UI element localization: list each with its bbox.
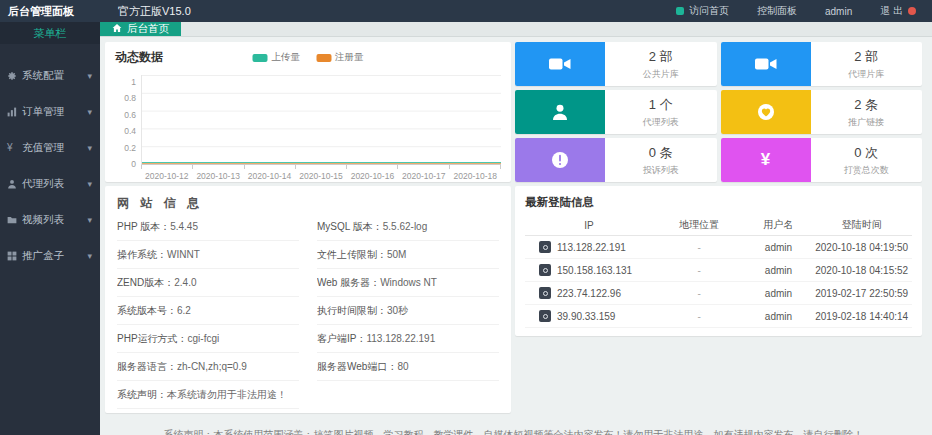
login-time-cell: 2019-02-18 14:40:14 (811, 311, 912, 322)
username-cell: admin (746, 265, 812, 276)
nav-item-control-panel[interactable]: 控制面板 (757, 4, 797, 18)
chart-x-axis: 2020-10-122020-10-132020-10-142020-10-15… (141, 171, 501, 181)
nav-item-logout[interactable]: 退 出 (880, 4, 916, 18)
info-label: PHP 版本： (117, 221, 170, 232)
sidebar-item-agent-list[interactable]: 代理列表▾ (0, 166, 100, 202)
yen-icon: ¥ (721, 138, 811, 182)
location-cell: - (653, 265, 746, 276)
sidebar-item-system-config[interactable]: 系统配置▾ (0, 58, 100, 94)
app-title: 后台管理面板 (0, 4, 118, 19)
chart-y-axis: 10.80.60.40.20 (115, 78, 141, 168)
info-row: 操作系统：WINNT (117, 241, 299, 269)
sidebar-item-label: 订单管理 (22, 105, 87, 119)
video-camera-icon (721, 42, 811, 86)
username-cell: admin (746, 311, 812, 322)
sidebar-item-recharge-manage[interactable]: ¥充值管理▾ (0, 130, 100, 166)
main-area: 后台首页 动态数据 上传量注册量 10.80.60.40.20 (100, 22, 932, 435)
ip-badge-icon (539, 287, 551, 299)
sidebar-item-label: 推广盒子 (22, 249, 87, 263)
stat-text: 2 部代理片库 (811, 42, 923, 86)
stat-card-agent-films[interactable]: 2 部代理片库 (721, 42, 923, 86)
stat-card-promo-links[interactable]: 2 条推广链接 (721, 90, 923, 134)
ip-badge-icon (539, 241, 551, 253)
login-info-panel: 最新登陆信息 IP地理位置用户名登陆时间113.128.22.191-admin… (515, 186, 922, 336)
legend-label: 注册量 (335, 51, 364, 64)
chart-legend: 上传量注册量 (253, 51, 364, 64)
column-header: IP (525, 220, 653, 231)
table-row: 113.128.22.191-admin2020-10-18 04:19:50 (525, 236, 912, 259)
ip-value: 223.74.122.96 (557, 288, 621, 299)
stat-card-reward-count[interactable]: ¥0 次打赏总次数 (721, 138, 923, 182)
info-value: 80 (397, 361, 408, 372)
stat-card-public-films[interactable]: 2 部公共片库 (515, 42, 717, 86)
info-value: 113.128.22.191 (366, 333, 435, 344)
sidebar-title: 菜单栏 (0, 22, 100, 44)
info-row: Web 服务器：Windows NT (317, 269, 499, 297)
site-info-left-column: PHP 版本：5.4.45操作系统：WINNTZEND版本：2.4.0系统版本号… (117, 213, 299, 409)
stat-label: 代理片库 (848, 68, 884, 81)
info-row: MySQL 版本：5.5.62-log (317, 213, 499, 241)
x-tick-label: 2020-10-17 (398, 171, 449, 181)
info-value: zh-CN,zh;q=0.9 (177, 361, 247, 372)
ip-cell: 223.74.122.96 (525, 287, 653, 299)
table-row: 39.90.33.159-admin2019-02-18 14:40:14 (525, 305, 912, 328)
username-cell: admin (746, 242, 812, 253)
nav-item-admin[interactable]: admin (825, 6, 852, 17)
info-row: 文件上传限制：50M (317, 241, 499, 269)
stat-value: 1 个 (649, 96, 673, 114)
sidebar-item-promo-box[interactable]: 推广盒子▾ (0, 238, 100, 274)
column-header: 地理位置 (653, 218, 746, 232)
legend-item[interactable]: 上传量 (253, 51, 301, 64)
info-row: 客户端IP：113.128.22.191 (317, 325, 499, 353)
sidebar-item-video-list[interactable]: 视频列表▾ (0, 202, 100, 238)
user-icon (515, 90, 605, 134)
x-tick-label: 2020-10-13 (192, 171, 243, 181)
column-header: 登陆时间 (811, 218, 912, 232)
stat-text: 1 个代理列表 (605, 90, 717, 134)
x-tick-label: 2020-10-15 (295, 171, 346, 181)
legend-swatch-icon (316, 54, 331, 62)
info-row: PHP运行方式：cgi-fcgi (117, 325, 299, 353)
login-time-cell: 2020-10-18 04:15:52 (811, 265, 912, 276)
nav-item-visit-home[interactable]: 访问首页 (676, 4, 729, 18)
info-label: ZEND版本： (117, 277, 174, 288)
ip-value: 150.158.163.131 (557, 265, 632, 276)
site-info-right-column: MySQL 版本：5.5.62-log文件上传限制：50MWeb 服务器：Win… (317, 213, 499, 409)
logout-icon (908, 7, 916, 15)
chevron-down-icon: ▾ (87, 107, 92, 117)
sidebar-item-label: 代理列表 (22, 177, 87, 191)
login-table-header: IP地理位置用户名登陆时间 (525, 215, 912, 236)
stat-card-agent-count[interactable]: 1 个代理列表 (515, 90, 717, 134)
y-tick-label: 0.8 (124, 94, 136, 102)
top-header: 后台管理面板 官方正版V15.0 访问首页控制面板admin退 出 (0, 0, 932, 22)
stat-text: 2 部公共片库 (605, 42, 717, 86)
stat-label: 打赏总次数 (844, 164, 889, 177)
legend-label: 上传量 (272, 51, 301, 64)
info-value: 2.4.0 (174, 277, 196, 288)
chart-x-ticks (141, 165, 501, 169)
ip-cell: 150.158.163.131 (525, 264, 653, 276)
dynamic-data-chart-panel: 动态数据 上传量注册量 10.80.60.40.20 2020-10-12202… (105, 42, 511, 182)
nav-item-label: 控制面板 (757, 4, 797, 18)
heart-circle-icon (721, 90, 811, 134)
chevron-down-icon: ▾ (87, 251, 92, 261)
tab-dashboard[interactable]: 后台首页 (100, 22, 181, 36)
chart-plot-area (141, 75, 501, 165)
stat-value: 2 部 (854, 48, 878, 66)
info-label: PHP运行方式： (117, 333, 188, 344)
info-row: ZEND版本：2.4.0 (117, 269, 299, 297)
stat-label: 推广链接 (848, 116, 884, 129)
home-icon (112, 23, 122, 35)
stats-grid: 2 部公共片库2 部代理片库1 个代理列表2 条推广链接0 条投诉列表¥0 次打… (515, 42, 922, 182)
stat-value: 0 次 (854, 144, 878, 162)
ip-badge-icon (539, 264, 551, 276)
info-value: 5.4.45 (170, 221, 198, 232)
sidebar-item-order-manage[interactable]: 订单管理▾ (0, 94, 100, 130)
x-tick (450, 165, 501, 169)
x-tick-label: 2020-10-18 (450, 171, 501, 181)
series-register-line (142, 163, 501, 164)
stat-card-complaints[interactable]: 0 条投诉列表 (515, 138, 717, 182)
info-row: 系统版本号：6.2 (117, 297, 299, 325)
legend-item[interactable]: 注册量 (316, 51, 364, 64)
info-label: 系统版本号： (117, 305, 177, 316)
